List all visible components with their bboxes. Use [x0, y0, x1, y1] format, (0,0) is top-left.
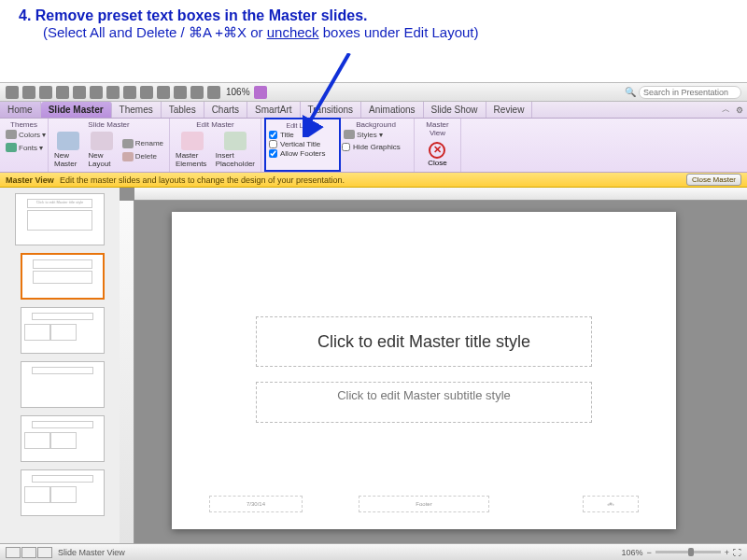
layout-thumbnail-selected[interactable] — [21, 253, 105, 300]
slide-thumbnail-panel[interactable]: Click to edit Master title style — [0, 188, 120, 543]
cut-icon[interactable] — [90, 86, 103, 99]
vertical-title-checkbox[interactable]: Vertical Title — [269, 140, 336, 148]
copy-icon[interactable] — [106, 86, 120, 99]
colors-button[interactable]: Colors ▾ — [4, 129, 48, 140]
new-layout-icon — [91, 132, 113, 150]
paste-icon[interactable] — [123, 86, 136, 99]
zoom-out-icon[interactable]: − — [646, 548, 651, 557]
new-layout-button[interactable]: New Layout — [87, 130, 118, 170]
print-icon[interactable] — [73, 86, 86, 99]
master-view-text: Edit the master slides and layouts to ch… — [60, 175, 345, 185]
delete-button[interactable]: Delete — [120, 151, 165, 162]
title-placeholder[interactable]: Click to edit Master title style — [256, 316, 592, 367]
group-themes: Themes Colors ▾ Fonts ▾ — [0, 119, 49, 172]
styles-button[interactable]: Styles ▾ — [342, 129, 385, 140]
qat-icon[interactable] — [39, 86, 52, 99]
edit-layout-group: Edit Layout Title Vertical Title Allow F… — [264, 118, 341, 172]
help-icon[interactable] — [254, 86, 267, 99]
group-edit-master: Edit Master Master Elements Insert Place… — [170, 119, 261, 172]
tab-transitions[interactable]: Transitions — [301, 102, 362, 118]
search-input[interactable] — [639, 86, 741, 99]
close-master-view-button[interactable]: ✕ Close — [422, 140, 452, 169]
tab-tables[interactable]: Tables — [162, 102, 204, 118]
tab-slide-master[interactable]: Slide Master — [41, 102, 112, 118]
tab-review[interactable]: Review — [486, 102, 533, 118]
master-elements-button[interactable]: Master Elements — [174, 130, 211, 170]
zoom-slider[interactable] — [655, 551, 721, 553]
tab-themes[interactable]: Themes — [112, 102, 162, 118]
step-title: 4. Remove preset text boxes in the Maste… — [19, 7, 728, 24]
group-head: Slide Master — [52, 120, 165, 129]
fonts-icon — [6, 143, 17, 152]
collapse-icon[interactable]: ︿ — [722, 104, 730, 116]
sorter-view-button[interactable] — [21, 547, 36, 558]
step-subtitle: (Select All and Delete / ⌘A +⌘X or unche… — [43, 24, 728, 41]
zoom-label: 106% — [621, 548, 642, 557]
instruction-block: 4. Remove preset text boxes in the Maste… — [0, 0, 747, 50]
colors-icon — [6, 130, 17, 139]
normal-view-button[interactable] — [6, 547, 21, 558]
horizontal-ruler — [134, 188, 747, 201]
quick-access-toolbar: 106% 🔍 — [0, 83, 747, 102]
new-master-button[interactable]: New Master — [52, 130, 84, 170]
step-number: 4. — [19, 7, 31, 23]
fonts-button[interactable]: Fonts ▾ — [4, 142, 45, 153]
rename-icon — [122, 139, 134, 148]
fit-icon[interactable]: ⛶ — [733, 548, 741, 557]
hide-graphics-checkbox[interactable]: Hide Graphics — [342, 143, 401, 151]
zoom-value[interactable]: 106% — [226, 87, 250, 97]
powerpoint-window: 106% 🔍 Home Slide Master Themes Tables C… — [0, 82, 747, 560]
qat-icon[interactable] — [207, 86, 220, 99]
delete-icon — [122, 152, 134, 161]
layout-thumbnail[interactable] — [21, 415, 105, 462]
view-buttons — [6, 547, 52, 558]
undo-icon[interactable] — [157, 86, 170, 99]
master-thumbnail[interactable]: Click to edit Master title style — [15, 193, 105, 245]
layout-thumbnail[interactable] — [21, 469, 105, 516]
slideshow-view-button[interactable] — [37, 547, 52, 558]
layout-thumbnail[interactable] — [21, 361, 105, 408]
close-master-button[interactable]: Close Master — [686, 174, 741, 186]
options-icon[interactable]: ⚙ — [736, 105, 743, 115]
checkbox-input[interactable] — [269, 140, 277, 148]
zoom-control[interactable]: 106% − + ⛶ — [621, 548, 741, 557]
checkbox-input[interactable] — [269, 131, 277, 139]
new-master-icon — [57, 132, 79, 150]
checkbox-input[interactable] — [269, 149, 277, 158]
vertical-ruler — [120, 201, 134, 543]
slide-number-placeholder[interactable]: ‹#› — [583, 496, 639, 512]
qat-icon[interactable] — [190, 86, 204, 99]
tab-smartart[interactable]: SmartArt — [247, 102, 300, 118]
allow-footers-checkbox[interactable]: Allow Footers — [269, 149, 336, 158]
tab-animations[interactable]: Animations — [361, 102, 423, 118]
search-box[interactable]: 🔍 — [625, 86, 741, 99]
group-head: Edit Layout — [269, 122, 336, 129]
format-icon[interactable] — [140, 86, 153, 99]
uncheck-word: uncheck — [267, 24, 319, 40]
group-head: Edit Master — [174, 120, 257, 129]
tab-slide-show[interactable]: Slide Show — [424, 102, 486, 118]
master-elements-icon — [181, 132, 204, 150]
slide-canvas[interactable]: Click to edit Master title style Click t… — [172, 212, 676, 529]
footer-placeholder[interactable]: Footer — [359, 496, 489, 512]
save-icon[interactable] — [56, 86, 69, 99]
status-bar: Slide Master View 106% − + ⛶ — [0, 543, 747, 560]
qat-icon[interactable] — [22, 86, 35, 99]
qat-icon[interactable] — [6, 86, 19, 99]
tab-home[interactable]: Home — [0, 102, 41, 118]
subtitle-placeholder[interactable]: Click to edit Master subtitle style — [256, 382, 592, 423]
checkbox-input[interactable] — [342, 143, 350, 151]
rename-button[interactable]: Rename — [120, 138, 165, 149]
title-checkbox[interactable]: Title — [269, 131, 336, 139]
redo-icon[interactable] — [174, 86, 187, 99]
search-icon: 🔍 — [625, 87, 636, 97]
layout-thumbnail[interactable] — [21, 307, 105, 354]
insert-placeholder-button[interactable]: Insert Placeholder — [214, 130, 257, 170]
tab-tools: ︿ ⚙ — [722, 102, 747, 118]
group-head: Themes — [4, 120, 44, 129]
zoom-in-icon[interactable]: + — [725, 548, 729, 557]
date-placeholder[interactable]: 7/30/14 — [209, 496, 303, 512]
step-text: Remove preset text boxes in the Master s… — [35, 7, 368, 23]
tab-charts[interactable]: Charts — [204, 102, 247, 118]
close-icon: ✕ — [429, 142, 445, 159]
